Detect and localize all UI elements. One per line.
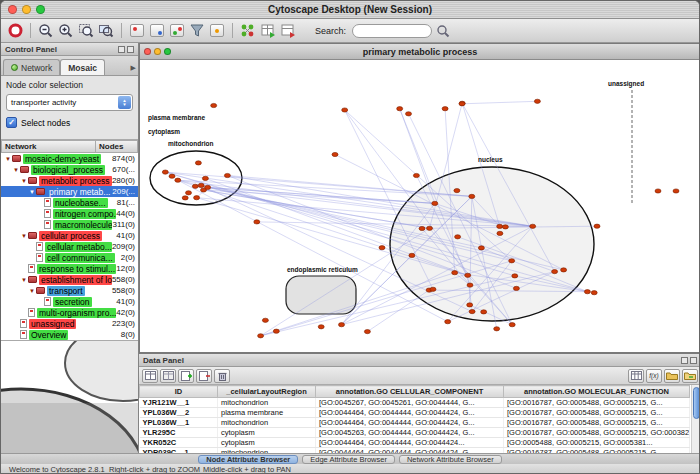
app-icon[interactable] <box>6 22 24 40</box>
tree-row-secretion[interactable]: secretion41(0) <box>1 296 138 307</box>
tree-row-metabolic-process[interactable]: ▼metabolic process280(0) <box>1 175 138 186</box>
expander-icon[interactable]: ▼ <box>20 277 28 283</box>
table-scrollbar[interactable] <box>691 385 700 453</box>
matrix-icon[interactable] <box>628 369 644 383</box>
network-node[interactable] <box>202 176 208 180</box>
network-node[interactable] <box>175 178 181 182</box>
table-row[interactable]: YKR052Ccytoplasm[GO:0044464, GO:0044444,… <box>140 438 690 448</box>
tree-row-cellular-metabo[interactable]: cellular metabo...209(0) <box>1 241 138 252</box>
network-canvas[interactable]: plasma membrane cytoplasm mitochondrion … <box>140 60 700 352</box>
tab-edge-attribute-browser[interactable]: Edge Attribute Browser <box>302 455 395 464</box>
column-header-cellularlayoutregion[interactable]: _cellularLayoutRegion <box>218 386 316 398</box>
network-node[interactable] <box>513 286 519 290</box>
network-window-titlebar[interactable]: primary metabolic process <box>140 44 700 60</box>
network-node[interactable] <box>673 189 679 193</box>
tree-row-nucleobase[interactable]: nucleobase...81(... <box>1 197 138 208</box>
network-node[interactable] <box>454 189 460 193</box>
tree-row-primary-metab[interactable]: ▼primary metab...209(... <box>1 186 138 197</box>
tab-node-attribute-browser[interactable]: Node Attribute Browser <box>198 455 298 464</box>
vizmapper-icon[interactable] <box>168 22 186 40</box>
expander-icon[interactable]: ▼ <box>20 233 28 239</box>
network-node[interactable] <box>186 191 192 195</box>
float-panel-icon[interactable] <box>681 357 688 364</box>
search-input[interactable] <box>352 24 432 38</box>
network-node[interactable] <box>182 196 188 200</box>
network-node[interactable] <box>455 235 461 239</box>
close-panel-icon[interactable] <box>690 357 697 364</box>
network-node[interactable] <box>211 103 217 107</box>
network-edge[interactable] <box>462 101 537 104</box>
zoom-in-icon[interactable] <box>57 22 75 40</box>
network-node[interactable] <box>318 325 324 329</box>
network-node[interactable] <box>594 224 600 228</box>
network-node[interactable] <box>364 330 370 334</box>
tab-mosaic[interactable]: Mosaic <box>60 59 105 75</box>
trash-icon[interactable] <box>214 369 230 383</box>
network-node[interactable] <box>467 283 473 287</box>
tree-row-response-to-stimul[interactable]: response to stimul...12(0) <box>1 263 138 274</box>
select-nodes-checkbox[interactable]: ✓ <box>6 117 17 128</box>
network-node[interactable] <box>452 271 458 275</box>
network-node[interactable] <box>478 246 484 250</box>
expander-icon[interactable]: ▼ <box>4 156 12 162</box>
network-node[interactable] <box>584 290 590 294</box>
zoom-out-icon[interactable] <box>37 22 55 40</box>
color-attribute-dropdown[interactable]: transporter activity ▲▼ <box>6 94 133 111</box>
network-node[interactable] <box>419 226 425 230</box>
tree-row-multi-organism-pro[interactable]: multi-organism pro...42(0) <box>1 307 138 318</box>
network-node[interactable] <box>481 310 487 314</box>
network-edge[interactable] <box>367 290 429 332</box>
network-node[interactable] <box>655 189 661 193</box>
import-network-icon[interactable] <box>239 22 257 40</box>
tree-row-nitrogen-compo[interactable]: nitrogen compo...44(0) <box>1 208 138 219</box>
network-node[interactable] <box>442 107 448 111</box>
network-node[interactable] <box>254 220 260 224</box>
tree-row-transport[interactable]: ▼transport558(0) <box>1 285 138 296</box>
network-node[interactable] <box>198 183 204 187</box>
annotation-icon[interactable] <box>208 22 226 40</box>
expander-icon[interactable]: ▼ <box>28 288 36 294</box>
tree-row-mosaic-demo-yeast[interactable]: ▼mosaic-demo-yeast874(0) <box>1 153 138 164</box>
network-node[interactable] <box>497 224 503 228</box>
network-node[interactable] <box>406 112 412 116</box>
network-node[interactable] <box>262 318 268 322</box>
tree-row-establishment-of-lo[interactable]: ▼establishment of lo...558(0) <box>1 274 138 285</box>
network-node[interactable] <box>195 161 201 165</box>
network-node[interactable] <box>192 184 198 188</box>
import-table-icon[interactable] <box>259 22 277 40</box>
zoom-selected-icon[interactable] <box>97 22 115 40</box>
snapshot-icon[interactable] <box>128 22 146 40</box>
expander-icon[interactable]: ▼ <box>28 189 36 195</box>
network-node[interactable] <box>430 287 436 291</box>
network-node[interactable] <box>509 323 515 327</box>
delete-attribute-icon[interactable] <box>196 369 212 383</box>
network-node[interactable] <box>465 273 471 277</box>
advanced-search-icon[interactable] <box>434 22 452 40</box>
close-panel-icon[interactable] <box>127 46 134 53</box>
overview-icon[interactable] <box>148 22 166 40</box>
table-row[interactable]: YPL036W__1mitochondrion[GO:0044464, GO:0… <box>140 418 690 428</box>
network-node[interactable] <box>459 102 465 106</box>
network-node[interactable] <box>409 253 415 257</box>
open-folder-icon[interactable] <box>682 369 698 383</box>
network-node[interactable] <box>273 329 279 333</box>
network-node[interactable] <box>413 173 419 177</box>
tree-row-unassigned[interactable]: unassigned223(0) <box>1 318 138 329</box>
tree-row-overview[interactable]: Overview8(0) <box>1 329 138 340</box>
network-node[interactable] <box>162 170 168 174</box>
network-node[interactable] <box>467 303 473 307</box>
network-node[interactable] <box>591 291 597 295</box>
network-node[interactable] <box>379 246 385 250</box>
tree-row-macromolecule[interactable]: macromolecule...311(0) <box>1 219 138 230</box>
zoom-fit-icon[interactable] <box>77 22 95 40</box>
network-node[interactable] <box>497 231 503 235</box>
tree-row-cell-communica[interactable]: cell communica...2(0) <box>1 252 138 263</box>
network-overview-navigator[interactable] <box>1 340 138 453</box>
network-node[interactable] <box>339 323 345 327</box>
table-row[interactable]: YJR121W__1mitochondrion[GO:0045267, GO:0… <box>140 398 690 408</box>
network-node[interactable] <box>224 173 230 177</box>
tab-network[interactable]: Network <box>3 59 60 75</box>
column-header-annotation-go-cellular-component[interactable]: annotation.GO CELLULAR_COMPONENT <box>316 386 504 398</box>
formula-builder-icon[interactable]: f(x) <box>646 369 662 383</box>
table-row[interactable]: YLR295Ccytoplasm[GO:0045263, GO:0044444,… <box>140 428 690 438</box>
